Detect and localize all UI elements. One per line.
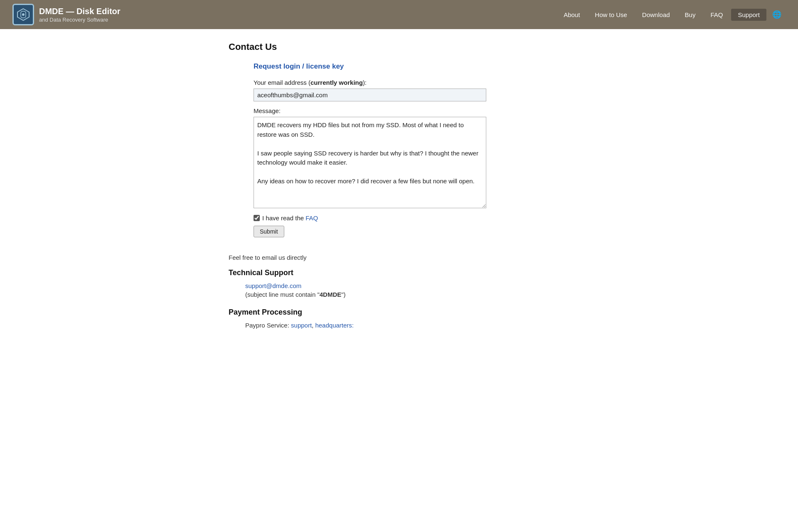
email-label-bold: currently working bbox=[310, 79, 363, 86]
faq-link[interactable]: FAQ bbox=[305, 214, 318, 222]
paypro-hq-link[interactable]: headquarters: bbox=[315, 322, 354, 329]
subject-note: (subject line must contain "4DMDE") bbox=[245, 291, 569, 298]
paypro-support-link[interactable]: support bbox=[291, 322, 312, 329]
email-label-suffix: ): bbox=[363, 79, 367, 86]
submit-button[interactable]: Submit bbox=[254, 226, 284, 237]
contact-form: Your email address (currently working): … bbox=[254, 79, 569, 237]
subject-suffix: ") bbox=[341, 291, 345, 298]
request-login-link[interactable]: Request login / license key bbox=[254, 62, 569, 71]
faq-checkbox-row: I have read the FAQ bbox=[254, 214, 569, 222]
paypro-prefix: Paypro Service: bbox=[245, 322, 291, 329]
nav-how-to-use[interactable]: How to Use bbox=[588, 9, 634, 21]
faq-checkbox[interactable] bbox=[254, 215, 260, 221]
payment-title: Payment Processing bbox=[229, 308, 569, 317]
brand-name: DMDE bbox=[39, 7, 64, 16]
feel-free-text: Feel free to email us directly bbox=[229, 254, 569, 261]
subject-bold: 4DMDE bbox=[320, 291, 342, 298]
page-title: Contact Us bbox=[229, 42, 569, 52]
nav-faq[interactable]: FAQ bbox=[704, 9, 729, 21]
checkbox-prefix: I have read the bbox=[262, 214, 305, 222]
logo-text: DMDE — Disk Editor and Data Recovery Sof… bbox=[39, 6, 121, 24]
direct-email-section: Feel free to email us directly Technical… bbox=[229, 254, 569, 329]
email-label: Your email address (currently working): bbox=[254, 79, 569, 86]
brand-title1: Disk Editor bbox=[76, 7, 121, 16]
message-textarea[interactable]: DMDE recovers my HDD files but not from … bbox=[254, 117, 486, 208]
email-input[interactable] bbox=[254, 89, 486, 101]
nav-about[interactable]: About bbox=[557, 9, 586, 21]
tech-support-title: Technical Support bbox=[229, 268, 569, 277]
nav-download[interactable]: Download bbox=[635, 9, 677, 21]
nav-buy[interactable]: Buy bbox=[678, 9, 702, 21]
paypro-row: Paypro Service: support, headquarters: bbox=[245, 322, 569, 329]
main-content: Contact Us Request login / license key Y… bbox=[212, 29, 586, 341]
logo-area: DMDE — Disk Editor and Data Recovery Sof… bbox=[12, 4, 121, 25]
language-button[interactable]: 🌐 bbox=[768, 7, 786, 22]
site-header: DMDE — Disk Editor and Data Recovery Sof… bbox=[0, 0, 798, 29]
checkbox-label: I have read the FAQ bbox=[262, 214, 318, 222]
brand-dash: — bbox=[66, 7, 76, 16]
message-label: Message: bbox=[254, 107, 569, 114]
subject-prefix: (subject line must contain " bbox=[245, 291, 320, 298]
email-label-prefix: Your email address ( bbox=[254, 79, 310, 86]
nav-support[interactable]: Support bbox=[731, 9, 766, 21]
support-email-link[interactable]: support@dmde.com bbox=[245, 282, 569, 289]
brand-tagline: and Data Recovery Software bbox=[39, 17, 121, 24]
main-nav: About How to Use Download Buy FAQ Suppor… bbox=[557, 7, 786, 22]
logo-icon bbox=[12, 4, 34, 25]
